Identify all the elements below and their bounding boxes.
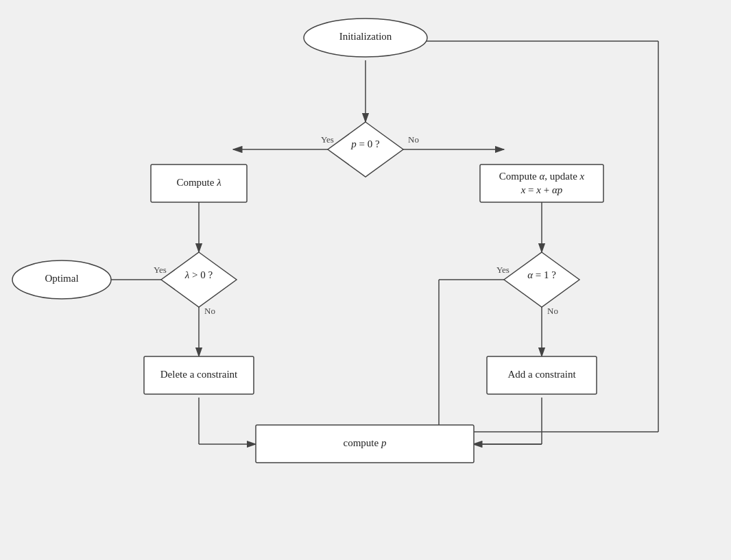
compute-alpha-label2: x = x + αp <box>520 184 563 195</box>
p-eq-0-label: p = 0 ? <box>350 138 380 149</box>
alpha-eq-1-label: α = 1 ? <box>527 269 556 280</box>
initialization-label: Initialization <box>339 31 392 42</box>
compute-alpha-label1: Compute α, update x <box>499 171 585 182</box>
delete-constraint-label: Delete a constraint <box>160 369 238 380</box>
alpha-no-label: No <box>547 306 558 316</box>
flowchart-container: Initialization p = 0 ? Yes No Compute λ … <box>0 0 731 560</box>
alpha-yes-label: Yes <box>496 265 510 275</box>
lambda-no-label: No <box>204 306 215 316</box>
lambda-gt-0-label: λ > 0 ? <box>184 269 213 280</box>
add-constraint-label: Add a constraint <box>507 369 576 380</box>
lambda-yes-label: Yes <box>154 265 167 275</box>
compute-lambda-label: Compute λ <box>176 177 221 188</box>
p0-no-label: No <box>408 134 419 145</box>
optimal-label: Optimal <box>45 273 78 284</box>
compute-alpha-box <box>480 165 603 202</box>
p0-yes-label: Yes <box>321 134 334 145</box>
compute-p-label: compute p <box>344 437 387 448</box>
